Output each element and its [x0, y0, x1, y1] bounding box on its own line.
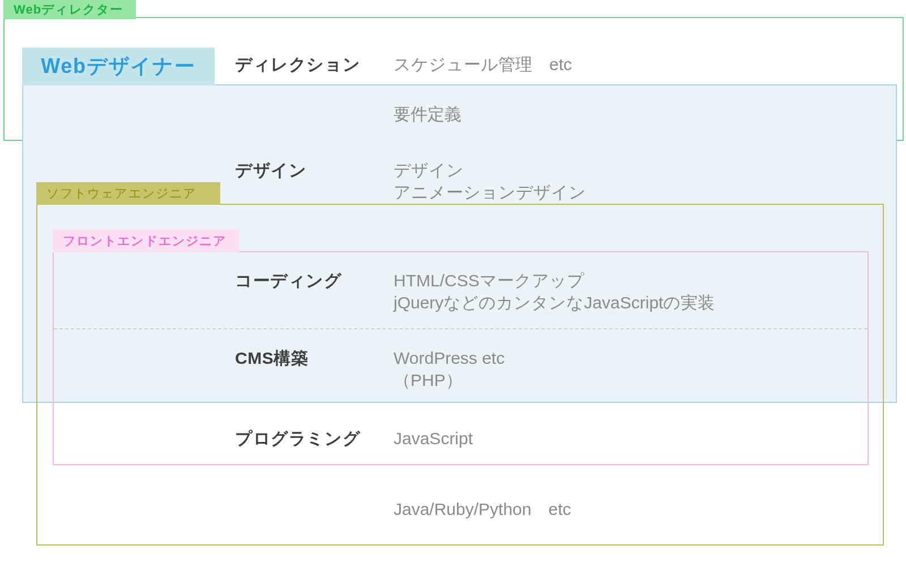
desc-backend: Java/Ruby/Python etc [394, 498, 906, 520]
desc-design: デザインアニメーションデザイン [394, 159, 906, 203]
group-frontend-engineer-label: フロントエンドエンジニア [63, 233, 226, 250]
row-design: デザイン デザインアニメーションデザイン [0, 159, 906, 203]
group-web-director-label: Webディレクター [14, 1, 123, 18]
desc-direction: スケジュール管理 etc [394, 53, 906, 75]
category-cms: CMS構築 [235, 347, 394, 370]
row-requirements: 要件定義 [0, 103, 906, 125]
desc-requirements: 要件定義 [394, 103, 906, 125]
desc-coding: HTML/CSSマークアップjQueryなどのカンタンなJavaScriptの実… [394, 269, 906, 314]
separator-coding-cms [54, 328, 867, 329]
diagram-stage: Webディレクター Webデザイナー ソフトウェアエンジニア ソフトウェアエンジ… [0, 0, 906, 588]
category-coding: コーディング [235, 269, 394, 293]
category-design: デザイン [235, 159, 394, 182]
row-coding: コーディング HTML/CSSマークアップjQueryなどのカンタンなJavaS… [0, 269, 906, 314]
row-direction: ディレクション スケジュール管理 etc [0, 53, 906, 76]
row-cms: CMS構築 WordPress etc（PHP） [0, 347, 906, 391]
category-direction: ディレクション [235, 53, 394, 76]
desc-programming: JavaScript [394, 427, 906, 449]
group-frontend-engineer-tab: フロントエンドエンジニア [53, 229, 240, 252]
row-programming: プログラミング JavaScript [0, 427, 906, 450]
category-programming: プログラミング [235, 427, 394, 450]
row-backend: Java/Ruby/Python etc [0, 498, 906, 520]
desc-cms: WordPress etc（PHP） [394, 347, 906, 391]
group-web-director-tab: Webディレクター [3, 0, 136, 19]
